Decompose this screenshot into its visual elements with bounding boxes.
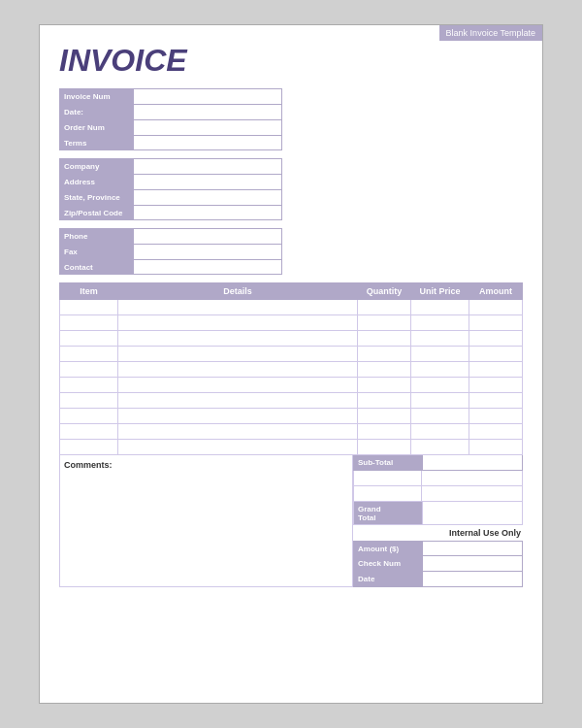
order-num-value[interactable] xyxy=(133,120,281,135)
table-row xyxy=(60,393,523,409)
comments-label: Comments: xyxy=(64,460,113,470)
invoice-title: INVOICE xyxy=(59,43,523,79)
col-header-unit-price: Unit Price xyxy=(411,283,469,300)
grand-total-label: Grand Total xyxy=(354,502,422,524)
info-row-contact: Contact xyxy=(59,259,282,275)
info-row-zip: Zip/Postal Code xyxy=(59,205,282,220)
invoice-page: Blank Invoice Template INVOICE Invoice N… xyxy=(39,24,543,704)
sub-total-value[interactable] xyxy=(422,455,522,470)
check-num-label: Check Num xyxy=(354,556,422,571)
contact-value[interactable] xyxy=(133,260,281,274)
zip-label: Zip/Postal Code xyxy=(60,206,133,219)
extra-row-2 xyxy=(353,486,523,502)
comments-area: Comments: xyxy=(59,455,353,587)
payment-date-label: Date xyxy=(354,572,422,586)
check-num-value[interactable] xyxy=(422,556,522,571)
company-value[interactable] xyxy=(133,159,281,174)
phone-value[interactable] xyxy=(133,229,281,244)
terms-value[interactable] xyxy=(133,136,281,149)
state-value[interactable] xyxy=(133,190,281,205)
info-row-phone: Phone xyxy=(59,228,282,244)
table-row xyxy=(60,315,523,331)
internal-use-label: Internal Use Only xyxy=(353,525,523,541)
extra-row-1 xyxy=(353,471,523,486)
info-row-fax: Fax xyxy=(59,244,282,259)
amount-label: Amount ($) xyxy=(354,542,422,555)
table-row xyxy=(60,347,523,362)
table-row xyxy=(60,331,523,347)
contact-info-section: Phone Fax Contact xyxy=(59,228,282,275)
info-row-company: Company xyxy=(59,158,282,174)
payment-row-check: Check Num xyxy=(353,556,523,572)
grand-total-row: Grand Total xyxy=(353,502,523,525)
contact-label: Contact xyxy=(60,260,133,274)
table-row xyxy=(60,424,523,440)
totals-area: Sub-Total Grand Total Internal Use Only xyxy=(353,455,523,587)
table-row xyxy=(60,378,523,393)
info-row-state: State, Province xyxy=(59,189,282,205)
table-row xyxy=(60,300,523,315)
invoice-num-value[interactable] xyxy=(133,89,281,104)
address-label: Address xyxy=(60,175,133,189)
invoice-num-label: Invoice Num xyxy=(60,89,133,104)
order-num-label: Order Num xyxy=(60,120,133,135)
items-table: Item Details Quantity Unit Price Amount xyxy=(59,282,523,455)
col-header-details: Details xyxy=(118,283,358,300)
phone-label: Phone xyxy=(60,229,133,244)
zip-value[interactable] xyxy=(133,206,281,219)
date-label: Date: xyxy=(60,105,133,119)
info-row-terms: Terms xyxy=(59,135,282,150)
info-row-date: Date: xyxy=(59,104,282,119)
info-row-invoice-num: Invoice Num xyxy=(59,88,282,104)
terms-label: Terms xyxy=(60,136,133,149)
bottom-section: Comments: Sub-Total Grand Total xyxy=(59,455,523,587)
invoice-info-section: Invoice Num Date: Order Num Terms xyxy=(59,88,282,150)
sub-total-label: Sub-Total xyxy=(354,455,422,470)
sub-total-row: Sub-Total xyxy=(353,455,523,471)
payment-row-date: Date xyxy=(353,572,523,587)
fax-value[interactable] xyxy=(133,245,281,259)
col-header-item: Item xyxy=(60,283,118,300)
col-header-quantity: Quantity xyxy=(358,283,411,300)
table-row xyxy=(60,362,523,378)
payment-row-amount: Amount ($) xyxy=(353,541,523,556)
company-info-section: Company Address State, Province Zip/Post… xyxy=(59,158,282,220)
amount-value[interactable] xyxy=(422,542,522,555)
grand-total-value[interactable] xyxy=(422,502,522,524)
date-value[interactable] xyxy=(133,105,281,119)
company-label: Company xyxy=(60,159,133,174)
template-label: Blank Invoice Template xyxy=(439,25,542,41)
info-row-order-num: Order Num xyxy=(59,119,282,135)
col-header-amount: Amount xyxy=(469,283,523,300)
table-row xyxy=(60,409,523,424)
payment-date-value[interactable] xyxy=(422,572,522,586)
fax-label: Fax xyxy=(60,245,133,259)
info-row-address: Address xyxy=(59,174,282,189)
address-value[interactable] xyxy=(133,175,281,189)
table-row xyxy=(60,440,523,455)
state-label: State, Province xyxy=(60,190,133,205)
